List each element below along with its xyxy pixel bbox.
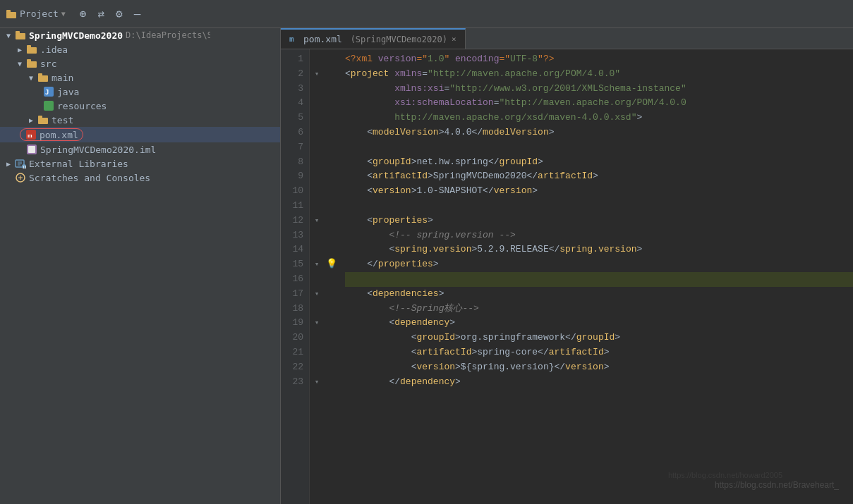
code-line-4: xsi:schemaLocation="http://maven.apache.…: [345, 96, 853, 111]
lb-2: [324, 67, 339, 82]
svg-rect-4: [27, 47, 37, 54]
gutter-13: [310, 228, 324, 243]
sidebar-item-main[interactable]: ▼ main: [0, 70, 280, 85]
code-line-13: <!-- spring.version -->: [345, 228, 853, 243]
code-line-6: <modelVersion>4.0.0</modelVersion>: [345, 125, 853, 140]
sidebar-item-java[interactable]: J java: [0, 85, 280, 99]
code-line-23: </dependency>: [345, 375, 853, 390]
line-num-6: 6: [281, 125, 309, 140]
lb-10: [324, 184, 339, 199]
code-line-2: <project xmlns="http://maven.apache.org/…: [345, 67, 853, 82]
sidebar-item-iml[interactable]: SpringMVCDemo2020.iml: [0, 142, 280, 156]
gutter-fold-2[interactable]: ▾: [310, 67, 324, 82]
lb-6: [324, 125, 339, 140]
scratches-icon: [14, 172, 27, 183]
lb-21: [324, 345, 339, 360]
code-line-8: <groupId>net.hw.spring</groupId>: [345, 155, 853, 170]
sidebar-label-resources: resources: [57, 101, 107, 111]
line-num-11: 11: [281, 199, 309, 214]
lb-20: [324, 331, 339, 345]
svg-text:III: III: [23, 165, 26, 168]
sidebar-label-scratches: Scratches and Consoles: [29, 173, 150, 183]
lb-11: [324, 199, 339, 214]
sidebar-project-path: D:\IdeaProjects\Spring: [126, 30, 210, 40]
gutter-fold-12[interactable]: ▾: [310, 214, 324, 228]
code-line-1: <?xml version="1.0" encoding="UTF-8"?>: [345, 52, 853, 67]
line-num-13: 13: [281, 228, 309, 243]
line-num-1: 1: [281, 52, 309, 67]
lb-9: [324, 169, 339, 184]
folder-icon-main: [37, 72, 49, 83]
code-line-3: xmlns:xsi="http://www.w3.org/2001/XMLSch…: [345, 82, 853, 97]
lb-18: [324, 302, 339, 316]
toolbar-project-label[interactable]: Project: [20, 8, 59, 19]
gear-icon[interactable]: ⚙: [113, 6, 126, 22]
gutter-18: [310, 302, 324, 316]
folder-icon-test: [37, 114, 49, 125]
code-line-12: <properties>: [345, 214, 853, 228]
code-line-16: [345, 272, 853, 287]
sidebar-item-test[interactable]: ▶ test: [0, 113, 280, 127]
code-line-22: <version>${spring.version}</version>: [345, 360, 853, 375]
gutter-fold-15[interactable]: ▾: [310, 257, 324, 272]
code-line-15: </properties>: [345, 257, 853, 272]
sidebar-item-src[interactable]: ▼ src: [0, 56, 280, 70]
sidebar-item-pomxml[interactable]: m pom.xml: [0, 127, 280, 142]
line-num-12: 12: [281, 214, 309, 228]
lb-15[interactable]: 💡: [324, 257, 339, 272]
svg-rect-18: [28, 146, 35, 153]
sidebar-item-root[interactable]: ▼ SpringMVCDemo2020 D:\IdeaProjects\Spri…: [0, 28, 280, 42]
svg-rect-2: [16, 33, 25, 39]
svg-rect-7: [27, 59, 31, 62]
svg-rect-9: [38, 73, 42, 76]
svg-rect-0: [6, 12, 16, 18]
sidebar-item-idea[interactable]: ▶ .idea: [0, 42, 280, 56]
gutter-4: [310, 96, 324, 111]
resources-icon: [42, 100, 55, 111]
lb-4: [324, 96, 339, 111]
gutter-fold-19[interactable]: ▾: [310, 316, 324, 331]
gutter-7: [310, 140, 324, 155]
folder-icon-idea: [25, 44, 38, 55]
toolbar-project: Project ▼: [6, 8, 66, 20]
tab-close-button[interactable]: ×: [452, 35, 456, 44]
target-icon[interactable]: ⊕: [77, 6, 90, 22]
gutter-fold-17[interactable]: ▾: [310, 287, 324, 302]
arrow-main: ▼: [25, 74, 37, 82]
toolbar-dropdown-arrow[interactable]: ▼: [61, 10, 66, 18]
line-num-16: 16: [281, 272, 309, 287]
gutter-1: [310, 52, 324, 67]
lb-5: [324, 111, 339, 125]
sidebar-item-extlib[interactable]: ▶ III External Libraries: [0, 156, 280, 171]
lb-14: [324, 242, 339, 257]
gutter-22: [310, 360, 324, 375]
main-layout: ▼ SpringMVCDemo2020 D:\IdeaProjects\Spri…: [0, 28, 853, 504]
line-num-3: 3: [281, 82, 309, 97]
line-numbers: 1 2 3 4 5 6 7 8 9 10 11 12 13 14 15 16 1: [281, 49, 310, 504]
split-icon[interactable]: ⇄: [95, 6, 107, 22]
minimize-icon[interactable]: —: [131, 6, 144, 22]
line-num-10: 10: [281, 184, 309, 199]
lb-17: [324, 287, 339, 302]
editor-wrapper: 1 2 3 4 5 6 7 8 9 10 11 12 13 14 15 16 1: [281, 49, 853, 504]
lb-7: [324, 140, 339, 155]
svg-rect-3: [16, 31, 20, 34]
lb-19: [324, 316, 339, 331]
maven-icon: m: [25, 129, 37, 140]
line-num-15: 15: [281, 257, 309, 272]
editor-area: m pom.xml (SpringMVCDemo2020) × 1 2 3 4 …: [281, 28, 853, 504]
gutter-fold-23[interactable]: ▾: [310, 375, 324, 390]
toolbar: Project ▼ ⊕ ⇄ ⚙ —: [0, 0, 853, 28]
line-num-14: 14: [281, 242, 309, 257]
pom-circle: m pom.xml: [20, 128, 83, 141]
line-num-7: 7: [281, 140, 309, 155]
sidebar-item-resources[interactable]: resources: [0, 99, 280, 113]
sidebar-label-java: java: [57, 87, 79, 97]
sidebar-item-scratches[interactable]: Scratches and Consoles: [0, 171, 280, 185]
lb-13: [324, 228, 339, 243]
tab-pomxml[interactable]: m pom.xml (SpringMVCDemo2020) ×: [281, 28, 466, 49]
code-content[interactable]: <?xml version="1.0" encoding="UTF-8"?> <…: [339, 49, 853, 504]
line-num-4: 4: [281, 96, 309, 111]
svg-rect-12: [44, 101, 54, 111]
code-editor[interactable]: 1 2 3 4 5 6 7 8 9 10 11 12 13 14 15 16 1: [281, 49, 853, 504]
